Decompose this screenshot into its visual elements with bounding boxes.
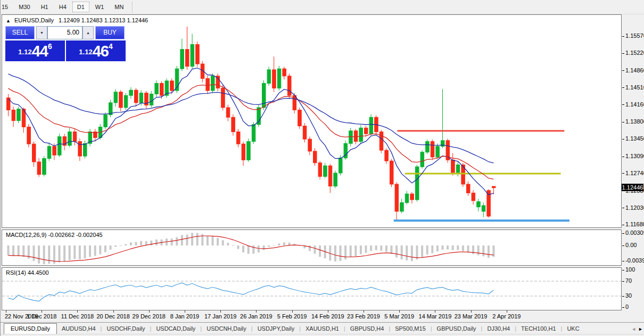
timeframe-button-m30[interactable]: M30: [14, 2, 35, 12]
chart-tab-usdchf-daily[interactable]: USDCHF,Daily: [102, 324, 150, 334]
date-axis-label: 5 Feb 2019: [277, 313, 307, 319]
date-axis-label: 23 Mar 2019: [455, 313, 488, 319]
axis-tick: [622, 225, 624, 225]
date-axis-label: 29 Dec 2018: [133, 313, 166, 319]
date-axis-tick: [256, 310, 257, 313]
buy-price-sup: 4: [109, 42, 113, 51]
timeframe-toolbar: 15M30H1H4D1W1MN: [1, 0, 644, 14]
timeframe-button-w1[interactable]: W1: [90, 2, 109, 12]
chart-tab-audusd-h4[interactable]: AUDUSD,H4: [57, 324, 101, 334]
axis-tick: [622, 36, 624, 37]
timeframe-button-list: 15M30H1H4D1W1MN: [1, 2, 129, 12]
date-axis-tick: [113, 310, 114, 313]
date-axis-tick: [185, 310, 185, 313]
chart-tab-dj30-h4[interactable]: DJ30,H4: [482, 324, 515, 334]
chart-tab-ukc[interactable]: UKC: [562, 324, 584, 334]
chart-tab-tech100-h1[interactable]: TECH100,H1: [516, 324, 560, 334]
macd-indicator-pane: MACD(12,26,9) -0.002662 -0.002045: [2, 230, 622, 266]
price-axis-label: 1.14860: [622, 67, 644, 73]
rsi-axis-label: 70: [622, 277, 632, 284]
macd-axis-label: 0.003095: [622, 230, 644, 236]
date-axis-tick: [42, 310, 42, 313]
macd-axis-label: 0.00: [622, 242, 637, 248]
tab-scroll-left-icon[interactable]: ◄: [631, 326, 636, 332]
date-axis-label: 23 Feb 2019: [347, 313, 380, 319]
date-axis-label: 14 Mar 2019: [419, 313, 452, 319]
date-axis-tick: [435, 310, 435, 313]
date-axis-label: 5 Mar 2019: [384, 313, 414, 319]
date-axis-tick: [292, 310, 293, 313]
date-axis-tick: [364, 310, 364, 313]
axis-tick: [622, 139, 624, 140]
timeframe-button-h1[interactable]: H1: [36, 2, 53, 12]
buy-price-prefix: 1.12: [79, 48, 92, 56]
buy-price-big: 46: [93, 43, 109, 60]
date-axis: 22 Nov 20181 Dec 201811 Dec 201820 Dec 2…: [2, 310, 622, 322]
collapse-chart-icon[interactable]: ▲: [6, 18, 11, 23]
chart-tab-usdcad-daily[interactable]: USDCAD,Daily: [151, 324, 200, 334]
chart-tab-bar: EURUSD,DailyAUDUSD,H4|USDCHF,Daily|USDCA…: [1, 322, 644, 334]
price-axis: 1.155701.152201.148601.145101.141601.138…: [622, 14, 643, 310]
axis-tick: [622, 261, 624, 261]
volume-up-button[interactable]: ▲: [82, 26, 94, 39]
tab-scroll-right-icon[interactable]: ►: [638, 326, 643, 332]
axis-tick: [622, 53, 624, 54]
timeframe-button-h4[interactable]: H4: [54, 2, 71, 12]
sell-price-prefix: 1.12: [18, 48, 31, 56]
volume-input[interactable]: 5.00: [47, 26, 82, 39]
rsi-axis-label: 100: [622, 266, 635, 273]
rsi-indicator-pane: RSI(14) 44.4500: [2, 267, 622, 310]
macd-signal-line: [9, 236, 494, 261]
price-chart-pane: ▲ EURUSD,Daily 1.12409 1.12483 1.12313 1…: [2, 14, 622, 228]
price-axis-label: 1.11680: [622, 221, 644, 227]
chart-tab-gbpusd-h4[interactable]: GBPUSD,H4: [345, 324, 389, 334]
chart-tab-xauusd-h1[interactable]: XAUUSD,H1: [301, 324, 344, 334]
buy-button[interactable]: BUY: [95, 26, 125, 39]
price-axis-label: 1.13800: [622, 118, 644, 125]
price-axis-label: 1.14510: [622, 84, 644, 91]
tab-scroll-controls: ◄►: [631, 326, 643, 332]
date-axis-tick: [149, 310, 150, 313]
sell-price-big: 44: [32, 43, 48, 60]
date-axis-tick: [6, 310, 6, 313]
chart-tab-gbpusd-daily[interactable]: GBPUSD,Daily: [432, 324, 481, 334]
sell-button[interactable]: SELL: [5, 26, 35, 39]
axis-tick: [622, 173, 624, 174]
date-axis-tick: [399, 310, 400, 313]
macd-label: MACD(12,26,9) -0.002662 -0.002045: [6, 232, 103, 238]
axis-tick: [622, 307, 624, 308]
chart-ohlc-values: 1.12409 1.12483 1.12313 1.12446: [59, 17, 148, 23]
date-axis-tick: [220, 310, 221, 313]
chart-tab-usdjpy-daily[interactable]: USDJPY,Daily: [253, 324, 300, 334]
timeframe-button-mn[interactable]: MN: [110, 2, 128, 12]
chart-tab-eurusd-daily[interactable]: EURUSD,Daily: [4, 323, 57, 334]
date-axis-label: 20 Dec 2018: [96, 313, 129, 319]
price-axis-label: 1.15220: [622, 50, 644, 56]
chart-tab-sp500-m15[interactable]: SP500,M15: [390, 324, 430, 334]
timeframe-button-d1[interactable]: D1: [72, 2, 89, 12]
axis-tick: [622, 245, 624, 246]
date-axis-label: 1 Dec 2018: [27, 313, 56, 319]
chart-tab-usdcnh-daily[interactable]: USDCNH,Daily: [202, 324, 251, 334]
date-axis-label: 2 Apr 2019: [492, 313, 521, 319]
axis-tick: [622, 233, 624, 234]
date-axis-label: 26 Jan 2019: [240, 313, 273, 319]
axis-tick: [622, 281, 624, 282]
chart-window: ▲ EURUSD,Daily 1.12409 1.12483 1.12313 1…: [2, 14, 643, 322]
volume-down-button[interactable]: ▼: [36, 26, 47, 39]
volume-stepper: ▼ 5.00 ▲: [36, 26, 94, 39]
date-axis-label: 17 Jan 2019: [204, 313, 237, 319]
bid-ask-display: 1.12446 1.12464: [5, 40, 126, 61]
price-axis-label: 1.13450: [622, 135, 644, 142]
price-axis-label: 1.12030: [622, 204, 644, 211]
chart-symbol-label: EURUSD,Daily: [14, 17, 54, 23]
buy-price[interactable]: 1.12464: [66, 40, 126, 61]
sell-price[interactable]: 1.12446: [5, 40, 65, 61]
toolbar-separator: [132, 1, 133, 13]
rsi-axis-label: 30: [622, 292, 632, 299]
axis-tick: [622, 296, 624, 297]
sell-price-sup: 6: [48, 42, 52, 51]
current-price-tag: 1.12446: [622, 184, 643, 191]
timeframe-button-15[interactable]: 15: [0, 2, 13, 12]
rsi-line: [9, 283, 494, 301]
